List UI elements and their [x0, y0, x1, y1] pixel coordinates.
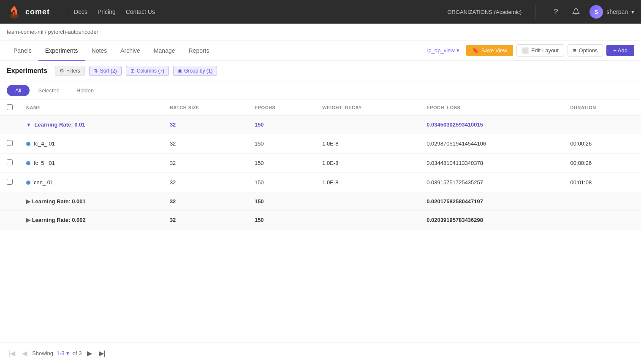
row-checkbox[interactable] — [7, 140, 13, 146]
nav-docs[interactable]: Docs — [74, 8, 87, 15]
layout-icon: ⬜ — [522, 47, 529, 54]
nav-right: ORGANIZATIONS (Academic) ? S sherpan ▾ — [447, 5, 634, 19]
logo-text: comet — [25, 8, 50, 16]
org-label: ORGANIZATIONS (Academic) — [447, 9, 521, 15]
view-toggle: All Selected Hidden — [0, 81, 641, 100]
tab-archive[interactable]: Archive — [114, 41, 147, 61]
help-button[interactable]: ? — [549, 5, 562, 19]
row-epoch-loss: 0.03448104113340378 — [420, 154, 563, 173]
row-checkbox[interactable] — [7, 159, 13, 165]
user-chevron-icon: ▾ — [631, 8, 634, 15]
group-chevron-right-icon[interactable]: ▶ — [26, 217, 30, 223]
group-epochs: 150 — [248, 211, 315, 229]
row-weight-decay: 1.0E-8 — [315, 134, 420, 154]
breadcrumb-team[interactable]: team-comet-ml — [7, 29, 43, 35]
header-checkbox-cell — [0, 100, 19, 116]
group-name-cell[interactable]: ▼ Learning Rate: 0.01 — [19, 116, 163, 134]
options-button[interactable]: ≡ Options — [568, 44, 603, 57]
experiment-dot — [26, 142, 30, 146]
row-batch-size: 32 — [163, 134, 248, 154]
save-icon: 🔖 — [472, 47, 479, 54]
group-batch-size: 32 — [163, 116, 248, 134]
group-name-cell[interactable]: ▶ Learning Rate: 0.001 — [19, 192, 163, 211]
group-weight-decay — [315, 116, 420, 134]
logo-icon — [7, 4, 22, 19]
filters-chip[interactable]: ⚙ Filters — [55, 66, 85, 76]
header-epoch-loss[interactable]: EPOCH_LOSS — [420, 100, 563, 116]
group-weight-decay — [315, 192, 420, 211]
experiment-dot — [26, 181, 30, 185]
experiments-title: Experiments — [7, 67, 47, 75]
group-by-chip[interactable]: ◉ Group by (1) — [173, 66, 217, 76]
sort-chip[interactable]: ⇅ Sort (2) — [89, 66, 122, 76]
group-weight-decay — [315, 211, 420, 229]
row-weight-decay: 1.0E-8 — [315, 154, 420, 173]
group-batch-size: 32 — [163, 211, 248, 229]
table-row: fc_5_.01 32 150 1.0E-8 0.034481041133403… — [0, 154, 641, 173]
user-name: sherpan — [606, 8, 628, 15]
tab-panels[interactable]: Panels — [7, 41, 38, 61]
nav-divider-right — [535, 5, 535, 19]
sort-icon: ⇅ — [94, 68, 98, 74]
logo-area[interactable]: comet — [7, 4, 50, 19]
header-batch-size[interactable]: BATCH SIZE — [163, 100, 248, 116]
group-checkbox-cell — [0, 211, 19, 229]
group-chevron-down-icon[interactable]: ▼ — [26, 122, 31, 128]
tab-notes[interactable]: Notes — [85, 41, 114, 61]
toggle-all[interactable]: All — [7, 85, 30, 96]
table-row: ▶ Learning Rate: 0.001 32 150 0.02017582… — [0, 192, 641, 211]
toggle-selected[interactable]: Selected — [30, 85, 68, 96]
table-row: ▼ Learning Rate: 0.01 32 150 0.034503025… — [0, 116, 641, 134]
view-name: ip_dp_view — [427, 47, 455, 54]
experiment-name[interactable]: fc_4_.01 — [34, 140, 55, 147]
row-duration: 00:01:08 — [564, 173, 641, 192]
table-row: cnn_.01 32 150 1.0E-8 0.0391575172543525… — [0, 173, 641, 192]
columns-chip[interactable]: ⊞ Columns (7) — [126, 66, 169, 76]
experiments-header: Experiments ⚙ Filters ⇅ Sort (2) ⊞ Colum… — [0, 61, 641, 81]
header-epochs[interactable]: EPOCHS — [248, 100, 315, 116]
group-chevron-right-icon[interactable]: ▶ — [26, 198, 30, 205]
tab-manage[interactable]: Manage — [147, 41, 182, 61]
group-duration — [564, 211, 641, 229]
user-menu[interactable]: S sherpan ▾ — [589, 5, 634, 19]
header-weight-decay[interactable]: WEIGHT_DECAY — [315, 100, 420, 116]
tab-experiments[interactable]: Experiments — [38, 41, 85, 61]
view-selector[interactable]: ip_dp_view ▾ — [424, 46, 463, 55]
group-icon: ◉ — [178, 68, 182, 74]
row-weight-decay: 1.0E-8 — [315, 173, 420, 192]
add-button[interactable]: + Add — [606, 45, 634, 56]
experiment-name[interactable]: fc_5_.01 — [34, 160, 55, 166]
experiments-table-container: NAME BATCH SIZE EPOCHS WEIGHT_DECAY EPOC… — [0, 100, 641, 229]
edit-layout-button[interactable]: ⬜ Edit Layout — [516, 44, 564, 57]
header-duration[interactable]: DURATION — [564, 100, 641, 116]
view-dropdown-icon: ▾ — [456, 47, 459, 54]
row-epochs: 150 — [248, 134, 315, 154]
row-name-cell: fc_5_.01 — [19, 154, 163, 173]
row-checkbox-cell — [0, 134, 19, 154]
row-checkbox-cell — [0, 154, 19, 173]
filter-icon: ⚙ — [60, 68, 64, 74]
toggle-hidden[interactable]: Hidden — [68, 85, 102, 96]
experiment-name[interactable]: cnn_.01 — [34, 179, 53, 186]
top-nav: comet Docs Pricing Contact Us ORGANIZATI… — [0, 0, 641, 24]
group-name-cell[interactable]: ▶ Learning Rate: 0.002 — [19, 211, 163, 229]
select-all-checkbox[interactable] — [7, 104, 13, 110]
group-checkbox-cell — [0, 116, 19, 134]
row-checkbox[interactable] — [7, 179, 13, 185]
header-name[interactable]: NAME — [19, 100, 163, 116]
table-row: fc_4_.01 32 150 1.0E-8 0.029870519414544… — [0, 134, 641, 154]
nav-pricing[interactable]: Pricing — [98, 8, 116, 15]
notifications-button[interactable] — [569, 5, 583, 19]
breadcrumb-project[interactable]: pytorch-autoencoder — [48, 29, 98, 35]
row-duration: 00:00:26 — [564, 134, 641, 154]
tab-reports[interactable]: Reports — [182, 41, 216, 61]
tab-items: Panels Experiments Notes Archive Manage … — [7, 40, 424, 61]
experiment-dot — [26, 161, 30, 165]
save-view-button[interactable]: 🔖 Save View — [466, 45, 513, 56]
nav-contact[interactable]: Contact Us — [126, 8, 155, 15]
table-header: NAME BATCH SIZE EPOCHS WEIGHT_DECAY EPOC… — [0, 100, 641, 116]
tab-actions: ip_dp_view ▾ 🔖 Save View ⬜ Edit Layout ≡… — [424, 44, 634, 57]
row-batch-size: 32 — [163, 173, 248, 192]
group-epochs: 150 — [248, 116, 315, 134]
group-epoch-loss: 0.02039195783436298 — [420, 211, 563, 229]
